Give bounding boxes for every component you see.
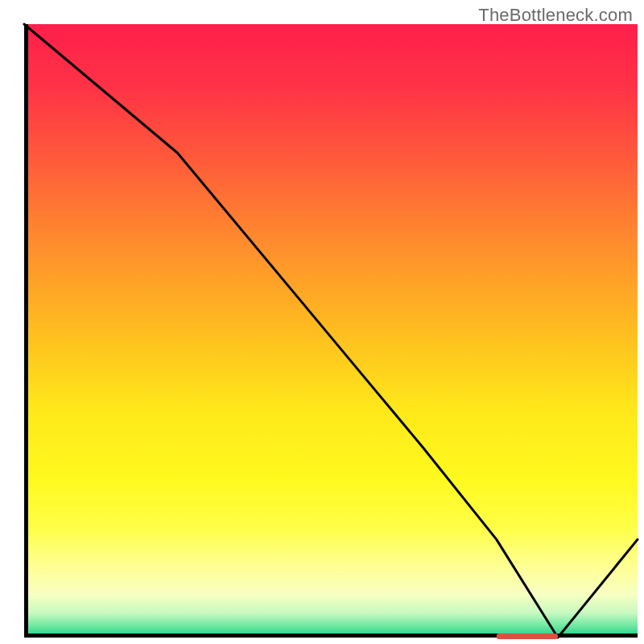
watermark-text: TheBottleneck.com — [478, 5, 633, 26]
bottleneck-marker — [497, 634, 558, 639]
bottleneck-line-chart — [0, 0, 644, 644]
chart-container: TheBottleneck.com — [0, 0, 644, 644]
plot-background — [24, 24, 638, 638]
